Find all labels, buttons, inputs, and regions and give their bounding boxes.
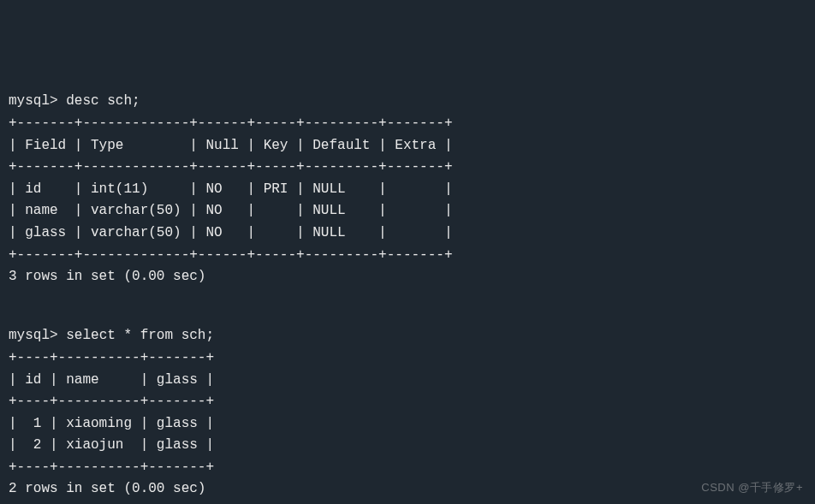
desc-header: | Field | Type | Null | Key | Default | … [9,138,452,153]
desc-row: | glass | varchar(50) | NO | | NULL | | [9,225,452,240]
mysql-prompt: mysql> [9,328,58,343]
select-block: mysql> select * from sch; +----+--------… [9,325,806,501]
select-row: | 1 | xiaoming | glass | [9,416,214,431]
select-border-top: +----+----------+-------+ [9,350,214,365]
watermark: CSDN @千手修罗+ [701,479,803,497]
select-row: | 2 | xiaojun | glass | [9,437,214,453]
desc-border-mid: +-------+-------------+------+-----+----… [9,159,452,175]
desc-border-top: +-------+-------------+------+-----+----… [9,116,452,131]
desc-summary: 3 rows in set (0.00 sec) [9,269,205,284]
select-border-bot: +----+----------+-------+ [9,460,214,475]
desc-block: mysql> desc sch; +-------+-------------+… [9,91,806,288]
desc-border-bot: +-------+-------------+------+-----+----… [9,247,452,263]
select-header: | id | name | glass | [9,372,214,388]
command-select: select * from sch; [66,328,214,343]
desc-row: | name | varchar(50) | NO | | NULL | | [9,203,452,218]
desc-row: | id | int(11) | NO | PRI | NULL | | [9,181,452,197]
command-desc: desc sch; [66,93,140,109]
select-border-mid: +----+----------+-------+ [9,394,214,409]
select-summary: 2 rows in set (0.00 sec) [9,481,205,496]
mysql-prompt: mysql> [9,93,58,109]
